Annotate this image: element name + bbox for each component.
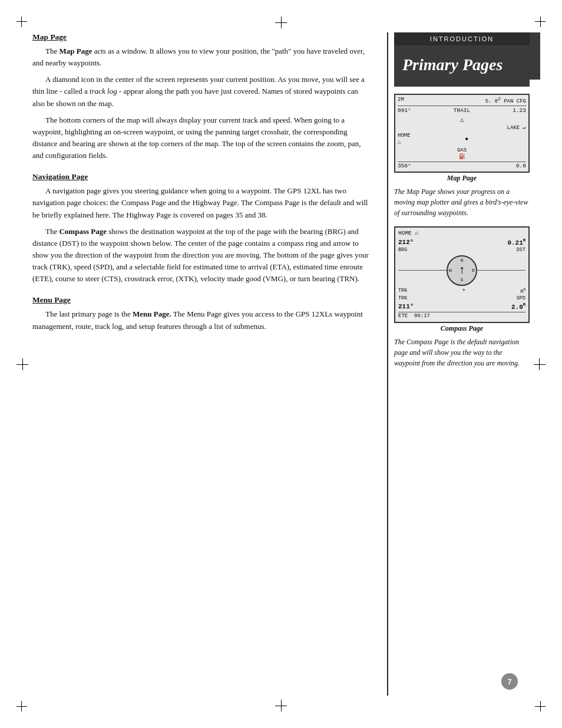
map-bearing: 091°: [398, 107, 411, 114]
compass-trk-label: TRK: [398, 288, 407, 295]
compass-caption: Compass Page: [394, 324, 530, 333]
menu-page-heading: Menu Page: [32, 295, 371, 305]
left-column: Map Page The Map Page acts as a window. …: [32, 32, 387, 696]
map-para-1: The Map Page acts as a window. It allows…: [32, 45, 371, 69]
compass-trk-val: 211°: [398, 302, 414, 311]
compass-bearing-val: 212°: [398, 238, 414, 247]
map-dist: 1.23: [513, 107, 526, 114]
map-gas: GAS⛽: [398, 147, 526, 161]
compass-ete: ETE 06:17: [398, 312, 525, 320]
map-caption: Map Page: [394, 174, 530, 183]
menu-bold: Menu Page.: [133, 309, 171, 318]
compass-home: HOME ⌂: [398, 230, 418, 237]
compass-spd-val: 2.0M: [511, 302, 525, 311]
compass-north: N: [461, 258, 464, 263]
compass-line-left: [398, 270, 447, 271]
page-number: 7: [501, 673, 518, 690]
map-row1b: 5. 02 PAN CFG: [485, 97, 526, 106]
map-home: HOME⌂: [398, 133, 411, 146]
corner-mark-tr: [528, 17, 546, 34]
compass-desc: The Compass Page is the default navigati…: [394, 337, 530, 368]
sidebar-title-box: Primary Pages: [394, 45, 530, 87]
nav-para-1: A navigation page gives you steering gui…: [32, 185, 371, 220]
compass-east: E: [472, 268, 475, 274]
map-dot: ◆: [465, 136, 468, 146]
map-speed: 0.0: [516, 163, 526, 170]
sidebar-tab: [530, 32, 540, 80]
compass-trk-label2: TRK: [398, 295, 407, 302]
compass-dst-label: DST: [517, 247, 525, 253]
compass-h: HM: [520, 288, 525, 295]
side-mark-left: [16, 358, 28, 370]
compass-brg-label: BRG: [398, 247, 407, 253]
crosshair-bottom: [275, 700, 287, 711]
map-track: 356°: [398, 163, 411, 170]
side-mark-right: [534, 358, 546, 370]
sidebar-header: INTRODUCTION: [394, 32, 530, 45]
map-bottom-row: 356° 0.0: [398, 162, 526, 170]
corner-mark-bl: [16, 694, 34, 711]
map-device-image: 2M 5. 02 PAN CFG 091° TRAIL 1.23 △ LAKE …: [394, 94, 530, 173]
compass-spd-label: SPD: [517, 295, 525, 302]
compass-bold: Compass Page: [59, 227, 107, 236]
map-right-space: [523, 133, 526, 146]
map-page-heading: Map Page: [32, 32, 371, 42]
map-lake: LAKE ↵: [507, 125, 526, 132]
map-bold-1: Map Page: [59, 47, 92, 55]
map-row1: 2M: [398, 97, 404, 106]
corner-mark-br: [528, 694, 546, 711]
compass-device-image: HOME ⌂ 212° 0.21M BRG DST N S E W ↑: [394, 226, 530, 323]
compass-plus: +: [462, 288, 465, 295]
nav-para-2: The Compass Page shows the destination w…: [32, 226, 371, 285]
compass-west: W: [449, 268, 452, 274]
compass-line-right: [477, 270, 525, 271]
compass-ring: N S E W ↑: [447, 255, 477, 286]
corner-mark-tl: [16, 17, 34, 34]
map-triangle: △: [398, 116, 526, 124]
compass-arrow: ↑: [458, 263, 465, 278]
compass-south: S: [461, 277, 464, 283]
sidebar-title: Primary Pages: [402, 55, 521, 75]
column-border: [387, 32, 388, 696]
menu-para-1: The last primary page is the Menu Page. …: [32, 308, 371, 332]
map-desc: The Map Page shows your progress on a mo…: [394, 186, 530, 218]
map-trail: TRAIL: [454, 107, 471, 114]
right-column: INTRODUCTION Primary Pages 2M 5. 02 PAN …: [394, 32, 530, 696]
crosshair-top: [275, 17, 287, 28]
map-para-2: A diamond icon in the center of the scre…: [32, 74, 371, 109]
map-para-3: The bottom corners of the map will alway…: [32, 114, 371, 162]
track-log-italic: track log: [90, 87, 117, 95]
compass-dst-val: 0.21M: [507, 238, 525, 247]
nav-page-heading: Navigation Page: [32, 172, 371, 182]
